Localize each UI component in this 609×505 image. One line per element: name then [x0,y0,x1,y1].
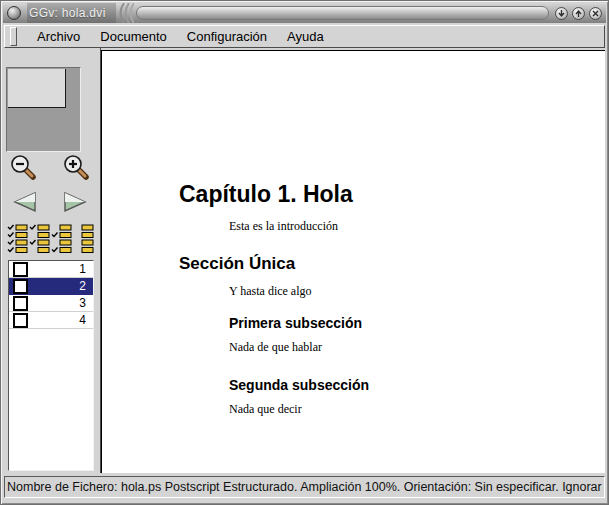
menubar-grip[interactable] [10,27,17,46]
page-list-item[interactable]: 3 [9,295,93,312]
content-area: 1234 Capítulo 1. Hola Esta es la introdu… [4,48,605,473]
page-thumbnail-panel [6,67,81,152]
checklist-unchecked-icon [73,224,94,254]
titlebar-arcs-decoration [118,3,134,23]
mark-all-pages-button[interactable] [7,224,28,257]
window-menu-icon[interactable] [7,6,21,20]
previous-page-button[interactable] [10,191,39,216]
page-thumbnail [8,69,66,108]
page-nav-toolbar [10,190,90,216]
zoom-out-button[interactable] [10,154,37,184]
zoom-toolbar [10,154,90,184]
unmark-all-pages-button[interactable] [73,224,94,257]
page-checkbox[interactable] [13,313,28,328]
checklist-even-checked-icon [51,224,72,254]
page-list-item[interactable]: 4 [9,312,93,329]
toggle-even-pages-button[interactable] [51,224,72,257]
toggle-odd-pages-button[interactable] [29,224,50,257]
magnifier-minus-icon [10,154,37,181]
checklist-odd-checked-icon [29,224,50,254]
titlebar-gloss-bar [136,6,549,20]
menu-documento[interactable]: Documento [90,27,176,46]
doc-subsection1-text: Nada de que hablar [229,340,322,355]
magnifier-plus-icon [63,154,90,181]
page-checkbox[interactable] [13,279,28,294]
doc-chapter-title: Capítulo 1. Hola [179,181,353,208]
window-title: GGv: hola.dvi [29,6,106,20]
status-text: Nombre de Fichero: hola.ps Postscript Es… [5,480,602,494]
menu-ayuda[interactable]: Ayuda [277,27,334,46]
close-button[interactable] [589,7,602,20]
ggv-window: GGv: hola.dvi Archivo Documento C [0,0,609,505]
right-triangle-icon [61,191,90,213]
doc-subsection2-title: Segunda subsección [229,377,369,393]
down-arrow-icon [557,9,566,18]
page-mark-toolbar [7,224,94,256]
page-number: 3 [28,296,93,310]
maximize-button[interactable] [572,7,585,20]
page-list[interactable]: 1234 [8,260,94,471]
doc-subsection2-text: Nada que decir [229,402,302,417]
menu-configuracion[interactable]: Configuración [177,27,277,46]
page-checkbox[interactable] [13,296,28,311]
page-number: 1 [28,262,93,276]
up-arrow-icon [574,9,583,18]
document-view[interactable]: Capítulo 1. Hola Esta es la introducción… [101,50,605,473]
next-page-button[interactable] [61,191,90,216]
menu-archivo[interactable]: Archivo [27,27,90,46]
menubar: Archivo Documento Configuración Ayuda [4,25,605,48]
checklist-all-checked-icon [7,224,28,254]
sidebar: 1234 [4,48,96,473]
page-number: 4 [28,313,93,327]
minimize-button[interactable] [555,7,568,20]
doc-section-title: Sección Única [179,254,295,274]
page-number: 2 [28,279,93,293]
close-x-icon [591,9,600,18]
page-list-item[interactable]: 1 [9,261,93,278]
page-list-item[interactable]: 2 [9,278,93,295]
title-zone: GGv: hola.dvi [27,3,116,23]
titlebar[interactable]: GGv: hola.dvi [3,3,606,23]
statusbar: Nombre de Fichero: hola.ps Postscript Es… [4,476,605,498]
doc-section-text: Y hasta dice algo [229,284,312,299]
zoom-in-button[interactable] [63,154,90,184]
page-checkbox[interactable] [13,262,28,277]
doc-subsection1-title: Primera subsección [229,315,362,331]
left-triangle-icon [10,191,39,213]
doc-intro-text: Esta es la introducción [229,219,338,234]
